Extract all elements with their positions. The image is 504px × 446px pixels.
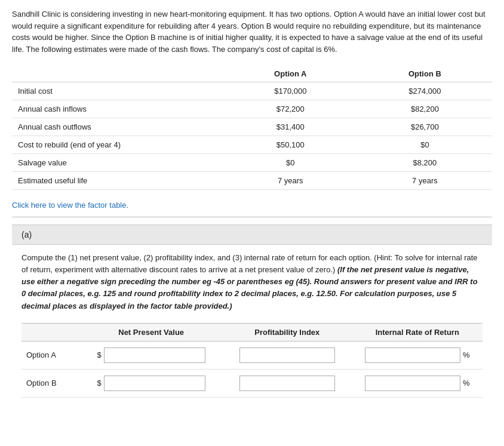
results-row: Option B$% — [21, 369, 483, 397]
results-header-label — [21, 323, 80, 341]
row-option-a-value: $0 — [223, 154, 358, 172]
row-option-a-value: 7 years — [223, 172, 358, 190]
option-b-label: Option B — [21, 369, 80, 397]
row-label: Estimated useful life — [12, 172, 223, 190]
row-label: Cost to rebuild (end of year 4) — [12, 136, 223, 154]
table-header-optionA: Option A — [223, 66, 358, 82]
section-a-label: (a) — [21, 230, 32, 239]
factor-table-link[interactable]: Click here to view the factor table. — [12, 201, 128, 210]
results-header-pi: Profitability Index — [222, 323, 352, 341]
section-a-body: Compute the (1) net present value, (2) p… — [12, 252, 492, 406]
option-b-npv-cell: $ — [80, 369, 222, 397]
table-header-optionB: Option B — [358, 66, 492, 82]
table-row: Initial cost$170,000$274,000 — [12, 82, 492, 100]
row-label: Annual cash inflows — [12, 100, 223, 118]
results-table: Net Present Value Profitability Index In… — [21, 323, 483, 398]
option-a-label: Option A — [21, 341, 80, 369]
section-divider — [12, 217, 492, 217]
row-label: Salvage value — [12, 154, 223, 172]
option-b-pi-cell — [222, 369, 352, 397]
option-b-irr-input[interactable] — [365, 376, 460, 391]
results-header-irr: Internal Rate of Return — [352, 323, 483, 341]
option-b-npv-input[interactable] — [104, 376, 205, 391]
table-row: Salvage value$0$8,200 — [12, 154, 492, 172]
table-row: Annual cash inflows$72,200$82,200 — [12, 100, 492, 118]
instruction-text: Compute the (1) net present value, (2) p… — [21, 252, 483, 312]
table-row: Estimated useful life7 years7 years — [12, 172, 492, 190]
option-a-text: Option A — [26, 350, 59, 359]
row-label: Annual cash outflows — [12, 118, 223, 136]
table-row: Cost to rebuild (end of year 4)$50,100$0 — [12, 136, 492, 154]
row-option-b-value: $26,700 — [358, 118, 492, 136]
main-content: Sandhill Clinic is considering investing… — [0, 0, 504, 412]
row-label: Initial cost — [12, 82, 223, 100]
option-a-npv-input[interactable] — [104, 347, 205, 363]
dollar-sign: $ — [97, 350, 102, 359]
row-option-a-value: $31,400 — [223, 118, 358, 136]
section-a-header: (a) — [12, 224, 492, 245]
option-b-pi-input[interactable] — [239, 376, 335, 391]
option-b-text: Option B — [26, 379, 59, 387]
results-header-npv: Net Present Value — [80, 323, 222, 341]
option-a-pi-cell — [222, 341, 352, 369]
option-a-irr-input[interactable] — [365, 347, 460, 363]
row-option-b-value: $0 — [358, 136, 492, 154]
row-option-a-value: $50,100 — [223, 136, 358, 154]
option-b-irr-cell: % — [352, 369, 483, 397]
row-option-b-value: $82,200 — [358, 100, 492, 118]
row-option-b-value: $8,200 — [358, 154, 492, 172]
option-a-irr-cell: % — [352, 341, 483, 369]
results-row: Option A$% — [21, 341, 483, 369]
option-a-npv-cell: $ — [80, 341, 222, 369]
row-option-a-value: $72,200 — [223, 100, 358, 118]
table-header-label — [12, 66, 223, 82]
percent-sign: % — [463, 379, 470, 387]
data-table: Option A Option B Initial cost$170,000$2… — [12, 66, 492, 190]
percent-sign: % — [463, 350, 470, 359]
row-option-b-value: 7 years — [358, 172, 492, 190]
option-a-pi-input[interactable] — [239, 347, 335, 363]
dollar-sign: $ — [97, 379, 102, 387]
intro-paragraph: Sandhill Clinic is considering investing… — [12, 8, 492, 55]
row-option-b-value: $274,000 — [358, 82, 492, 100]
table-row: Annual cash outflows$31,400$26,700 — [12, 118, 492, 136]
row-option-a-value: $170,000 — [223, 82, 358, 100]
